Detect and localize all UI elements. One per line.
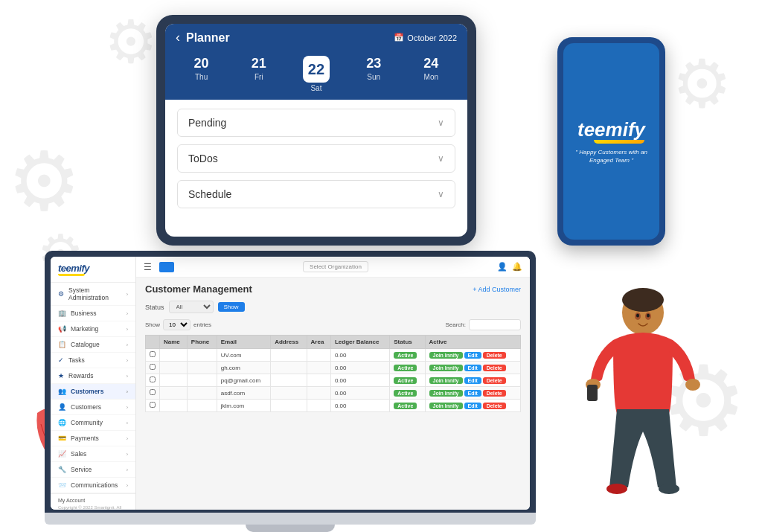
checkbox[interactable]	[150, 389, 156, 395]
sidebar-item-rewards[interactable]: ★ Rewards ›	[51, 368, 135, 384]
sidebar-item-system-admin[interactable]: ⚙ System Administration ›	[51, 283, 135, 306]
accordion-schedule[interactable]: Schedule ∨	[177, 180, 455, 208]
accordion-todos[interactable]: ToDos ∨	[177, 144, 455, 173]
day-label-sat: Sat	[310, 84, 321, 92]
svg-point-5	[685, 379, 700, 391]
status-select[interactable]: All Active Inactive	[169, 301, 214, 313]
checkbox[interactable]	[150, 376, 156, 382]
sidebar-item-sales[interactable]: 📈 Sales ›	[51, 446, 135, 462]
row-address	[271, 374, 307, 387]
row-balance: 0.00	[330, 374, 389, 387]
sidebar-label-marketing: Marketing	[71, 325, 98, 333]
hamburger-icon[interactable]: ☰	[144, 262, 152, 272]
delete-button[interactable]: Delete	[483, 403, 506, 409]
back-button[interactable]: ‹	[176, 30, 180, 45]
calendar-day-thu[interactable]: 20 Thu	[185, 56, 218, 92]
customer-icon: 👤	[58, 403, 66, 411]
row-checkbox	[146, 387, 160, 400]
edit-button[interactable]: Edit	[464, 403, 481, 409]
laptop-stand	[246, 525, 335, 532]
org-select[interactable]: Select Organization	[303, 261, 368, 272]
my-account-link[interactable]: My Account	[58, 498, 128, 503]
join-button[interactable]: Join Innify	[429, 390, 463, 397]
sidebar-item-payments[interactable]: 💳 Payments ›	[51, 431, 135, 446]
search-box: Search:	[445, 319, 521, 330]
row-name	[160, 400, 188, 412]
checkbox[interactable]	[150, 364, 156, 370]
join-button[interactable]: Join Innify	[429, 365, 463, 371]
row-balance: 0.00	[330, 400, 389, 412]
chevron-right-icon-9: ›	[127, 420, 128, 426]
sidebar-item-tasks[interactable]: ✓ Tasks ›	[51, 353, 135, 368]
row-address	[271, 349, 307, 362]
sidebar-label-business: Business	[71, 310, 97, 317]
bell-icon[interactable]: 🔔	[512, 262, 522, 272]
row-name	[160, 387, 188, 400]
day-num-22: 22	[303, 56, 330, 83]
laptop-device: teemify ⚙ System Administration › 🏢 Busi…	[45, 251, 536, 532]
row-actions: Join Innify Edit Delete	[425, 349, 521, 362]
sidebar-label-catalogue: Catalogue	[71, 341, 100, 348]
entries-select[interactable]: 10 25 50	[163, 319, 190, 330]
row-phone	[187, 349, 217, 362]
delete-button[interactable]: Delete	[483, 377, 506, 384]
join-button[interactable]: Join Innify	[429, 377, 463, 384]
calendar-day-sat-active[interactable]: 22 Sat	[300, 56, 333, 92]
smartphone-logo-row: t eemif y	[577, 118, 645, 141]
sidebar-logo-smile	[58, 274, 85, 276]
row-address	[271, 400, 307, 412]
sidebar-logo-text: teemify	[58, 263, 89, 274]
show-button[interactable]: Show	[218, 302, 245, 312]
edit-button[interactable]: Edit	[464, 377, 481, 384]
sidebar-item-catalogue[interactable]: 📋 Catalogue ›	[51, 337, 135, 353]
row-checkbox	[146, 362, 160, 374]
row-name	[160, 374, 188, 387]
search-input[interactable]	[469, 319, 521, 330]
row-address	[271, 387, 307, 400]
edit-button[interactable]: Edit	[464, 365, 481, 371]
chevron-right-icon-11: ›	[127, 452, 128, 457]
col-phone: Phone	[187, 336, 217, 349]
svg-point-11	[647, 314, 650, 318]
planner-title: Planner	[186, 31, 230, 45]
sidebar-item-communications[interactable]: 📨 Communications ›	[51, 478, 135, 493]
sidebar-item-customers-active[interactable]: 👥 Customers ›	[51, 384, 135, 400]
sidebar-item-business[interactable]: 🏢 Business ›	[51, 306, 135, 321]
gear-icon-nav: ⚙	[58, 290, 64, 298]
row-checkbox	[146, 374, 160, 387]
calendar-day-fri[interactable]: 21 Fri	[243, 56, 275, 92]
row-checkbox	[146, 349, 160, 362]
chevron-down-icon-2: ∨	[438, 153, 444, 164]
delete-button[interactable]: Delete	[483, 352, 506, 359]
payments-icon: 💳	[58, 435, 66, 442]
sidebar-item-community[interactable]: 🌐 Community ›	[51, 415, 135, 431]
checkbox[interactable]	[150, 351, 156, 357]
join-button[interactable]: Join Innify	[429, 352, 463, 359]
tablet-date: 📅 October 2022	[394, 33, 457, 42]
add-customer-button[interactable]: + Add Customer	[473, 286, 521, 293]
sidebar-item-service[interactable]: 🔧 Service ›	[51, 462, 135, 478]
edit-button[interactable]: Edit	[464, 390, 481, 397]
sidebar-item-customers2[interactable]: 👤 Customers ›	[51, 400, 135, 415]
laptop-main-content: ☰ Select Organization 👤 🔔 Customer Manag…	[136, 257, 530, 510]
delete-button[interactable]: Delete	[483, 390, 506, 397]
delete-button[interactable]: Delete	[483, 365, 506, 371]
action-buttons: Join Innify Edit Delete	[429, 377, 517, 384]
row-area	[307, 374, 330, 387]
row-email: gh.com	[217, 362, 270, 374]
action-buttons: Join Innify Edit Delete	[429, 365, 517, 371]
user-icon[interactable]: 👤	[497, 262, 508, 272]
chevron-right-icon-4: ›	[127, 342, 128, 347]
smartphone-logo-container: t eemif y	[577, 118, 645, 144]
page-title: Customer Management	[145, 283, 252, 295]
calendar-day-sun[interactable]: 23 Sun	[357, 56, 390, 92]
accordion-pending[interactable]: Pending ∨	[177, 109, 455, 137]
chevron-right-icon-5: ›	[127, 358, 128, 363]
join-button[interactable]: Join Innify	[429, 403, 463, 409]
checkbox[interactable]	[150, 402, 156, 408]
sidebar-item-marketing[interactable]: 📢 Marketing ›	[51, 321, 135, 337]
row-phone	[187, 362, 217, 374]
sidebar-logo-area: teemify	[51, 257, 135, 283]
calendar-day-mon[interactable]: 24 Mon	[414, 56, 447, 92]
edit-button[interactable]: Edit	[464, 352, 481, 359]
